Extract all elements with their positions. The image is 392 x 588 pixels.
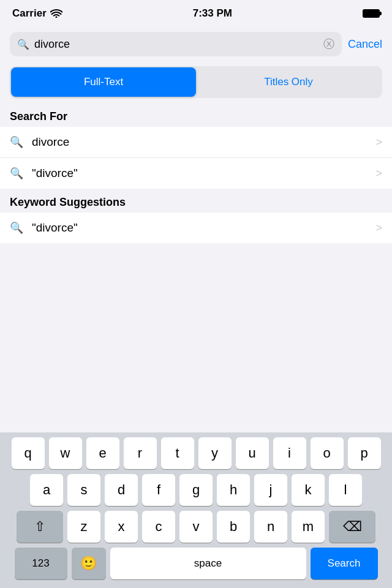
key-z[interactable]: z <box>67 511 100 543</box>
seg-titlesonly[interactable]: Titles Only <box>196 67 381 97</box>
key-j[interactable]: j <box>254 474 287 506</box>
key-h[interactable]: h <box>217 474 250 506</box>
key-g[interactable]: g <box>179 474 213 506</box>
shift-key[interactable]: ⇧ <box>17 511 63 543</box>
search-return-key[interactable]: Search <box>311 548 378 579</box>
emoji-key[interactable]: 🙂 <box>72 548 106 579</box>
key-u[interactable]: u <box>236 437 269 469</box>
key-y[interactable]: y <box>198 437 232 469</box>
cancel-button[interactable]: Cancel <box>348 38 382 51</box>
keyboard: q w e r t y u i o p a s d f g h j k l ⇧ … <box>0 432 392 588</box>
key-a[interactable]: a <box>30 474 63 506</box>
status-right <box>363 9 380 18</box>
search-input-wrapper: 🔍 ⓧ <box>10 32 342 56</box>
chevron-icon: > <box>375 222 382 235</box>
key-r[interactable]: r <box>124 437 157 469</box>
search-item-divorce-quoted: "divorce" <box>32 167 375 180</box>
key-e[interactable]: e <box>86 437 119 469</box>
search-blue-icon: 🔍 <box>10 167 23 180</box>
keyboard-row-1: q w e r t y u i o p <box>0 432 392 469</box>
key-n[interactable]: n <box>254 511 287 543</box>
key-b[interactable]: b <box>217 511 250 543</box>
clear-button[interactable]: ⓧ <box>323 37 334 51</box>
key-v[interactable]: v <box>179 511 213 543</box>
list-item[interactable]: 🔍 divorce > <box>0 127 392 158</box>
key-o[interactable]: o <box>311 437 344 469</box>
key-c[interactable]: c <box>142 511 175 543</box>
seg-fulltext[interactable]: Full-Text <box>11 67 196 97</box>
status-bar: Carrier 7:33 PM <box>0 0 392 27</box>
key-i[interactable]: i <box>273 437 306 469</box>
key-s[interactable]: s <box>67 474 100 506</box>
section-header-search-for: Search For <box>0 103 392 127</box>
space-key[interactable]: space <box>110 548 306 579</box>
search-icon: 🔍 <box>17 39 29 50</box>
carrier-label: Carrier <box>12 7 47 20</box>
battery-icon <box>363 9 380 18</box>
key-123[interactable]: 123 <box>15 548 67 579</box>
search-input[interactable] <box>34 38 318 51</box>
list-item[interactable]: 🔍 "divorce" > <box>0 158 392 189</box>
keyboard-row-2: a s d f g h j k l <box>0 469 392 506</box>
chevron-icon: > <box>375 136 382 149</box>
segmented-control: Full-Text Titles Only <box>10 66 382 98</box>
key-f[interactable]: f <box>142 474 175 506</box>
section-header-keywords: Keyword Suggestions <box>0 189 392 213</box>
search-item-divorce: divorce <box>32 135 375 149</box>
search-blue-icon: 🔍 <box>10 221 23 235</box>
search-blue-icon: 🔍 <box>10 135 23 149</box>
wifi-icon <box>50 9 62 18</box>
keyboard-bottom-row: 123 🙂 space Search <box>0 543 392 588</box>
key-m[interactable]: m <box>292 511 325 543</box>
delete-key[interactable]: ⌫ <box>329 511 375 543</box>
keyword-item-divorce: "divorce" <box>32 221 375 235</box>
search-bar: 🔍 ⓧ Cancel <box>0 27 392 61</box>
status-time: 7:33 PM <box>193 7 232 20</box>
list-item[interactable]: 🔍 "divorce" > <box>0 213 392 243</box>
key-x[interactable]: x <box>105 511 138 543</box>
chevron-icon: > <box>375 167 382 180</box>
key-k[interactable]: k <box>292 474 325 506</box>
search-for-list: 🔍 divorce > 🔍 "divorce" > <box>0 127 392 189</box>
key-w[interactable]: w <box>49 437 82 469</box>
keyboard-row-3: ⇧ z x c v b n m ⌫ <box>0 506 392 543</box>
keyword-list: 🔍 "divorce" > <box>0 213 392 243</box>
key-t[interactable]: t <box>161 437 194 469</box>
key-l[interactable]: l <box>329 474 362 506</box>
status-left: Carrier <box>12 7 62 20</box>
key-p[interactable]: p <box>348 437 381 469</box>
key-q[interactable]: q <box>12 437 45 469</box>
key-d[interactable]: d <box>105 474 138 506</box>
